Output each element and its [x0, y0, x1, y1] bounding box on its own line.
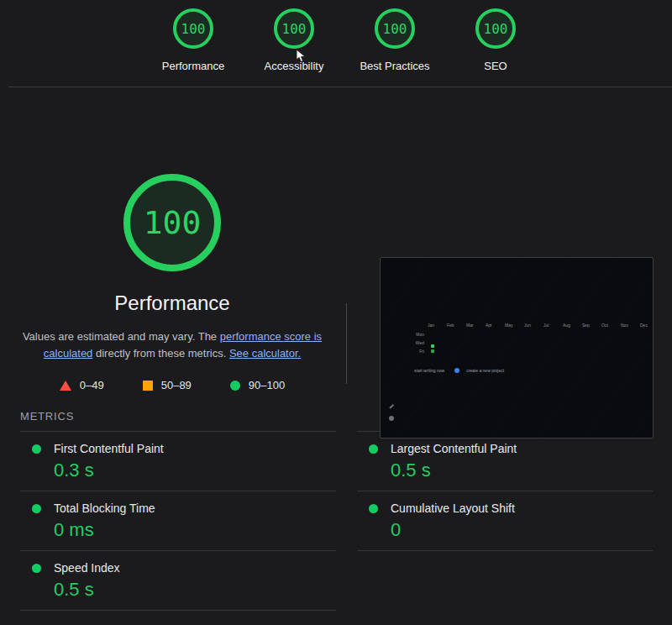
contribution-cell	[431, 349, 434, 353]
score-link-best-practices[interactable]: 100 Best Practices	[357, 8, 433, 87]
metric-name: First Contentful Paint	[54, 442, 164, 455]
seo-label-small: SEO	[484, 60, 507, 72]
metric-first-contentful-paint: First Contentful Paint 0.3 s	[20, 431, 336, 491]
performance-gauge-column: 100 Performance Values are estimated and…	[0, 174, 344, 391]
month-label: Jul	[543, 323, 552, 328]
performance-gauge-small: 100	[173, 8, 213, 49]
performance-section-title: Performance	[0, 291, 344, 315]
month-label: May	[505, 323, 513, 328]
metric-head: Cumulative Layout Shift	[357, 502, 653, 515]
metrics-section-title: METRICS	[20, 410, 74, 423]
pass-dot-icon	[32, 504, 41, 513]
accessibility-label-small: Accessibility	[265, 60, 324, 72]
month-label: Feb	[447, 323, 455, 328]
score-link-seo[interactable]: 100 SEO	[458, 8, 533, 87]
metrics-grid: First Contentful Paint 0.3 s Total Block…	[0, 431, 672, 611]
metric-value: 0.5 s	[357, 460, 653, 481]
month-label: Nov	[621, 323, 629, 328]
cta-right-text: create a new project	[466, 368, 504, 373]
see-calculator-link[interactable]: See calculator.	[229, 347, 301, 360]
metric-head: Speed Index	[20, 561, 336, 575]
category-score-bar: 100 Performance 100 Accessibility 100 Be…	[8, 0, 672, 87]
pass-range-label: 90–100	[249, 379, 285, 391]
seo-gauge-small: 100	[475, 8, 516, 49]
month-label: Oct	[601, 323, 610, 328]
mouse-cursor-icon	[296, 49, 307, 66]
day-label: Mon	[412, 332, 424, 337]
metric-largest-contentful-paint: Largest Contentful Paint 0.5 s	[357, 431, 653, 491]
performance-score-large: 100	[144, 204, 202, 241]
performance-score-small: 100	[181, 21, 206, 37]
theme-toggle-icon	[389, 416, 394, 421]
metric-head: Total Blocking Time	[20, 502, 336, 515]
best-practices-score-small: 100	[383, 21, 407, 37]
metric-name: Total Blocking Time	[54, 502, 155, 515]
metrics-left-column: First Contentful Paint 0.3 s Total Block…	[20, 431, 336, 611]
description-text-before: Values are estimated and may vary. The	[23, 330, 220, 343]
cta-left-text: start writing now	[414, 368, 444, 373]
legend-fail: 0–49	[60, 379, 104, 391]
seo-score-small: 100	[484, 21, 508, 37]
month-label: Mar	[466, 323, 475, 328]
performance-gauge-large[interactable]: 100	[123, 174, 221, 271]
score-legend: 0–49 50–89 90–100	[0, 379, 344, 391]
metric-name: Speed Index	[54, 561, 120, 575]
best-practices-label-small: Best Practices	[360, 60, 429, 72]
metric-value: 0.3 s	[20, 460, 336, 481]
metric-name: Largest Contentful Paint	[391, 442, 517, 455]
score-description: Values are estimated and may vary. The p…	[22, 328, 323, 362]
month-label: Dec	[640, 323, 648, 328]
section-vertical-divider	[346, 303, 347, 384]
day-label: Fri	[412, 349, 424, 354]
best-practices-gauge-small: 100	[375, 8, 415, 49]
metric-head: First Contentful Paint	[20, 442, 336, 455]
month-label: Apr	[486, 323, 494, 328]
average-square-icon	[143, 381, 153, 391]
metric-cumulative-layout-shift: Cumulative Layout Shift 0	[357, 491, 653, 550]
description-text-middle: directly from these metrics.	[92, 347, 229, 360]
month-label: Aug	[563, 323, 571, 328]
accessibility-score-small: 100	[282, 21, 307, 37]
performance-section: 100 Performance Values are estimated and…	[0, 174, 672, 611]
pass-dot-icon	[369, 444, 378, 454]
day-label: Wed	[412, 340, 424, 345]
month-label: Sep	[582, 323, 591, 328]
thumbnail-contribution-days: Mon Wed Fri	[412, 332, 424, 354]
pass-dot-icon	[369, 504, 378, 513]
metric-head: Largest Contentful Paint	[357, 442, 653, 455]
accessibility-gauge-small: 100	[274, 8, 314, 49]
metric-name: Cumulative Layout Shift	[391, 502, 515, 515]
contribution-cell	[431, 344, 434, 348]
metrics-right-column: Largest Contentful Paint 0.5 s Cumulativ…	[357, 431, 653, 551]
fail-range-label: 0–49	[80, 379, 104, 391]
month-label: Jun	[524, 323, 533, 328]
thumbnail-contribution-months: Jan Feb Mar Apr May Jun Jul Aug Sep Oct …	[428, 323, 648, 328]
score-link-accessibility[interactable]: 100 Accessibility	[256, 8, 332, 87]
pass-dot-icon	[32, 564, 41, 573]
average-range-label: 50–89	[161, 379, 192, 391]
final-screenshot-thumbnail: Jan Feb Mar Apr May Jun Jul Aug Sep Oct …	[380, 257, 654, 439]
pass-dot-icon	[32, 444, 41, 454]
pass-circle-icon	[230, 381, 240, 391]
fail-triangle-icon	[60, 381, 71, 391]
thumbnail-cta-row: start writing now create a new project	[414, 368, 504, 373]
cta-badge-icon	[454, 368, 459, 373]
score-link-performance[interactable]: 100 Performance	[155, 8, 231, 87]
metric-speed-index: Speed Index 0.5 s	[20, 550, 336, 610]
month-label: Jan	[428, 323, 436, 328]
legend-average: 50–89	[143, 379, 192, 391]
metric-value: 0	[357, 519, 653, 541]
metric-value: 0 ms	[20, 519, 336, 541]
legend-pass: 90–100	[230, 379, 285, 391]
metric-value: 0.5 s	[20, 579, 336, 601]
performance-label-small: Performance	[162, 60, 224, 72]
metric-total-blocking-time: Total Blocking Time 0 ms	[20, 491, 336, 550]
